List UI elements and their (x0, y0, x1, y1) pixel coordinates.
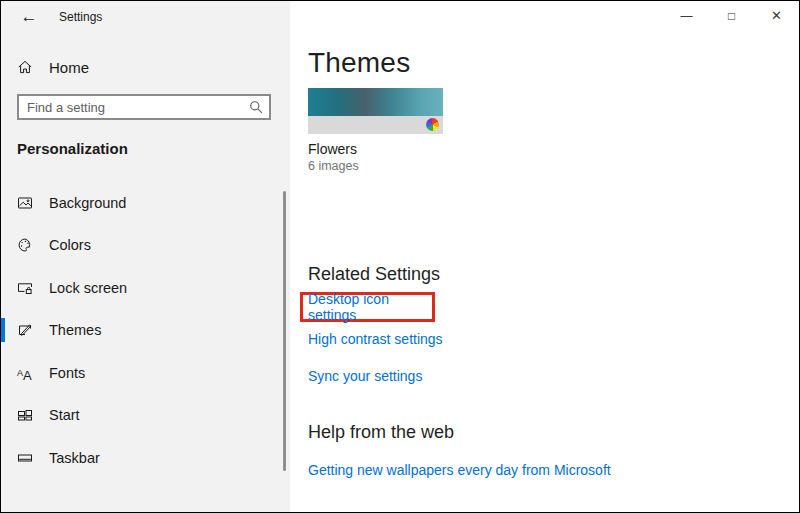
minimize-button[interactable]: — (664, 1, 709, 33)
sync-your-settings-link[interactable]: Sync your settings (308, 368, 422, 384)
fonts-icon: AA (17, 365, 33, 381)
close-button[interactable]: ✕ (754, 1, 799, 33)
back-icon[interactable]: ← (15, 5, 43, 29)
sidebar-item-home[interactable]: Home (1, 50, 290, 84)
current-theme-thumbnail[interactable] (308, 88, 443, 134)
sidebar-item-themes[interactable]: Themes (1, 309, 290, 351)
sidebar-scrollbar[interactable] (283, 191, 286, 471)
page-title: Themes (308, 47, 410, 79)
sidebar-item-label: Taskbar (49, 450, 100, 466)
search-box (17, 94, 271, 120)
sidebar-item-background[interactable]: Background (1, 182, 290, 224)
help-from-web-heading: Help from the web (308, 422, 454, 443)
sidebar-item-label: Fonts (49, 365, 85, 381)
sidebar-item-colors[interactable]: Colors (1, 224, 290, 266)
taskbar-icon (17, 450, 33, 466)
sidebar-item-label: Lock screen (49, 280, 127, 296)
annotation-highlight-box: Desktop icon settings (300, 292, 435, 322)
maximize-button[interactable]: □ (709, 1, 754, 33)
theme-image-count: 6 images (308, 159, 359, 173)
palette-icon (17, 237, 33, 253)
sidebar-item-label: Colors (49, 237, 91, 253)
image-icon (17, 195, 33, 211)
sidebar-item-label: Home (49, 59, 89, 76)
sidebar-item-label: Start (49, 407, 80, 423)
search-icon[interactable] (248, 99, 264, 115)
start-tiles-icon (17, 407, 33, 423)
sidebar: ← Settings Home Personalization (1, 1, 290, 512)
settings-window: ← Settings Home Personalization (0, 0, 800, 513)
sidebar-item-lock-screen[interactable]: Lock screen (1, 267, 290, 309)
high-contrast-settings-link[interactable]: High contrast settings (308, 331, 443, 347)
theme-name: Flowers (308, 141, 357, 157)
sidebar-item-label: Themes (49, 322, 101, 338)
desktop-icon-settings-link[interactable]: Desktop icon settings (308, 291, 432, 323)
related-settings-heading: Related Settings (308, 264, 440, 285)
lock-screen-icon (17, 280, 33, 296)
themes-icon (17, 322, 33, 338)
sidebar-item-taskbar[interactable]: Taskbar (1, 437, 290, 479)
getting-new-wallpapers-link[interactable]: Getting new wallpapers every day from Mi… (308, 462, 611, 478)
sidebar-item-start[interactable]: Start (1, 394, 290, 436)
window-controls: — □ ✕ (664, 1, 799, 33)
search-input[interactable] (17, 94, 271, 120)
color-wheel-icon (426, 118, 439, 131)
theme-preview-image (308, 88, 443, 116)
main-content: — □ ✕ Themes Flowers 6 images Related Se… (290, 1, 799, 512)
sidebar-item-fonts[interactable]: AA Fonts (1, 352, 290, 394)
home-icon (17, 59, 33, 75)
theme-thumb-strip (308, 116, 443, 134)
app-title: Settings (59, 10, 102, 24)
sidebar-item-label: Background (49, 195, 126, 211)
section-header-personalization: Personalization (17, 140, 128, 157)
